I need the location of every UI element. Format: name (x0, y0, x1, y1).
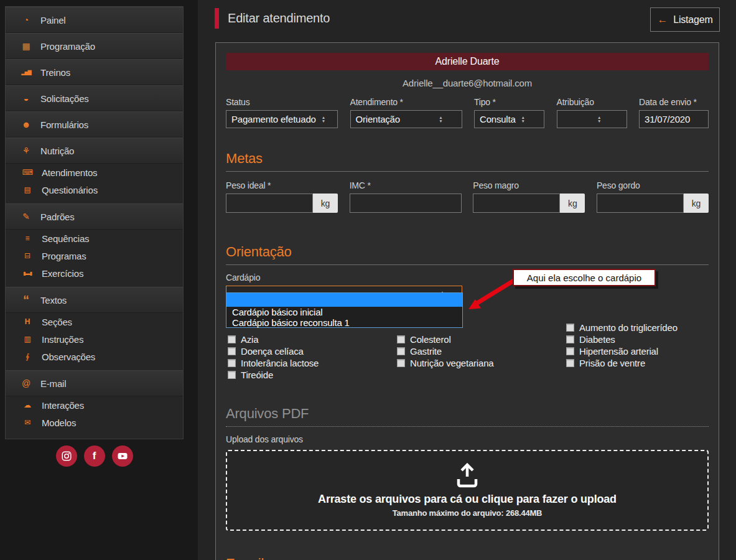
sidebar-item-modelos[interactable]: ✉ Modelos (6, 414, 183, 431)
laptop-icon: ⌨ (21, 168, 34, 177)
peso-ideal-unit: kg (313, 194, 338, 213)
status-select[interactable]: Pagamento efetuado ▲▼ (226, 110, 338, 128)
back-arrow-icon: ← (657, 14, 668, 26)
email-section-title: E-mail (226, 556, 709, 560)
atribuicao-select[interactable]: ▲▼ (557, 110, 627, 128)
sidebar-item-exercicios[interactable]: ▮▬▮ Exercícios (6, 264, 183, 282)
main-content: Editar atendimento ← Listagem Adrielle D… (198, 0, 736, 560)
checkbox-azia[interactable]: Azia (228, 334, 397, 345)
checkbox-hipertensao-arterial[interactable]: Hipertensão arterial (566, 345, 709, 357)
sidebar-item-sequencias[interactable]: ≡ Sequências (6, 230, 183, 247)
checkbox-colesterol[interactable]: Colesterol (397, 334, 566, 345)
checkbox-doenca-celiaca[interactable]: Doença celíaca (228, 345, 397, 357)
edit-form-panel: Adrielle Duarte Adrielle__duarte6@hotmai… (215, 42, 719, 560)
peso-magro-label: Peso magro (473, 180, 585, 191)
dumbbell-icon: ▮▬▮ (21, 271, 34, 276)
sidebar-item-label: Exercícios (42, 268, 83, 279)
sidebar-item-padroes[interactable]: ✎ Padrões (6, 203, 183, 230)
peso-ideal-input[interactable] (226, 194, 313, 213)
sidebar-item-instrucoes[interactable]: ▥ Instruções (6, 330, 183, 348)
sidebar-item-label: Atendimentos (42, 167, 97, 178)
dropdown-option[interactable]: Cardápio básico inicial (226, 307, 462, 317)
sidebar-item-label: Programação (40, 41, 95, 52)
checkbox-icon (228, 335, 236, 343)
checkbox-diabetes[interactable]: Diabetes (566, 334, 709, 345)
paperclip-icon: ∮ (21, 352, 34, 361)
sidebar-item-secoes[interactable]: H Seções (6, 313, 183, 330)
sidebar-item-label: Textos (40, 295, 67, 306)
sidebar-item-nutricao[interactable]: ⚘ Nutrição (6, 138, 183, 164)
sidebar-item-questionarios[interactable]: ▤ Questionários (6, 181, 183, 198)
social-links: f (5, 446, 184, 467)
upload-label: Upload dos arquivos (226, 434, 709, 445)
instagram-button[interactable] (56, 446, 77, 467)
upload-icon (453, 463, 482, 489)
checkbox-icon (566, 335, 574, 343)
select-arrows-icon: ▲▼ (597, 116, 601, 123)
sidebar-item-atendimentos[interactable]: ⌨ Atendimentos (6, 164, 183, 181)
atendimento-label: Atendimento * (350, 97, 462, 108)
sidebar-item-programas[interactable]: ⊟ Programas (6, 247, 183, 264)
checkbox-icon (566, 324, 574, 332)
checkbox-icon (397, 347, 405, 355)
sidebar-item-programacao[interactable]: ▦ Programação (6, 33, 183, 59)
select-arrows-icon: ▲▼ (322, 116, 325, 123)
sidebar-item-treinos[interactable]: ▂▅▇ Treinos (6, 59, 183, 85)
sidebar-item-label: Padrões (40, 212, 74, 222)
data-envio-input[interactable]: 31/07/2020 (639, 110, 709, 128)
orientacao-section-title: Orientação (226, 244, 709, 260)
checkbox-gastrite[interactable]: Gastrite (397, 345, 566, 357)
imc-input[interactable] (350, 194, 462, 213)
book-icon: ▥ (21, 335, 34, 343)
sidebar-item-label: Observações (42, 352, 95, 362)
inbox-icon: ◒ (19, 93, 33, 103)
ordered-list-icon: ≡ (21, 234, 34, 243)
data-envio-label: Data de envio * (639, 97, 709, 108)
patient-name-banner: Adrielle Duarte (226, 53, 709, 70)
checkbox-icon (228, 359, 236, 367)
sidebar-item-solicitacoes[interactable]: ◒ Solicitações (6, 85, 183, 111)
chat-bubbles-icon: ☁ (21, 401, 34, 409)
apple-icon: ⚘ (19, 146, 33, 156)
checkbox-icon (566, 347, 574, 355)
sidebar-item-interacoes[interactable]: ☁ Interações (6, 396, 183, 414)
sidebar-item-observacoes[interactable]: ∮ Observações (6, 348, 183, 365)
select-arrows-icon: ▲▼ (439, 116, 442, 123)
checkbox-intolerancia-lactose[interactable]: Intolerância lactose (228, 357, 397, 369)
pathologies-checkbox-grid: Aumento do triglicerídeo Azia Colesterol… (228, 322, 709, 381)
peso-magro-unit: kg (560, 194, 585, 213)
tipo-select[interactable]: Consulta ▲▼ (474, 110, 544, 128)
sidebar-item-email[interactable]: @ E-mail (6, 370, 183, 396)
envelope-icon: ✉ (21, 418, 34, 427)
sidebar-item-label: E-mail (40, 378, 66, 389)
checkbox-aumento-triglicerideo[interactable]: Aumento do triglicerídeo (566, 322, 709, 334)
cardapio-dropdown-list: Cardápio básico inicial Cardápio básico … (226, 292, 463, 328)
checkbox-icon (228, 371, 236, 379)
peso-gordo-input[interactable] (597, 194, 684, 213)
sidebar-item-label: Nutrição (40, 146, 74, 156)
youtube-button[interactable] (112, 446, 133, 467)
checkbox-tireoide[interactable]: Tireóide (228, 369, 397, 381)
facebook-button[interactable]: f (84, 446, 105, 467)
listagem-button[interactable]: ← Listagem (650, 7, 720, 32)
checkbox-prisao-de-ventre[interactable]: Prisão de ventre (566, 357, 709, 369)
atendimento-select[interactable]: Orientação ▲▼ (350, 110, 462, 128)
atribuicao-label: Atribuição (557, 97, 627, 108)
sidebar-item-label: Painel (40, 15, 66, 26)
sidebar-item-textos[interactable]: “ Textos (6, 287, 183, 313)
page-title: Editar atendimento (228, 11, 330, 26)
peso-ideal-label: Peso ideal * (226, 180, 338, 191)
sidebar-item-formularios[interactable]: ☻ Formulários (6, 111, 183, 138)
checkbox-icon (228, 347, 236, 355)
patient-email: Adrielle__duarte6@hotmail.com (226, 78, 709, 88)
imc-label: IMC * (350, 180, 462, 191)
sidebar-item-painel[interactable]: ◔ Painel (6, 7, 183, 33)
dropdown-option-empty[interactable] (226, 293, 462, 307)
sidebar-item-label: Interações (42, 400, 84, 411)
checkbox-nutricao-vegetariana[interactable]: Nutrição vegetariana (397, 357, 566, 369)
heading-icon: H (21, 317, 34, 326)
dropdown-option[interactable]: Cardápio básico reconsulta 1 (226, 317, 462, 328)
instagram-icon (61, 450, 72, 462)
file-dropzone[interactable]: Arraste os arquivos para cá ou clique pa… (226, 450, 709, 531)
peso-magro-input[interactable] (473, 194, 560, 213)
